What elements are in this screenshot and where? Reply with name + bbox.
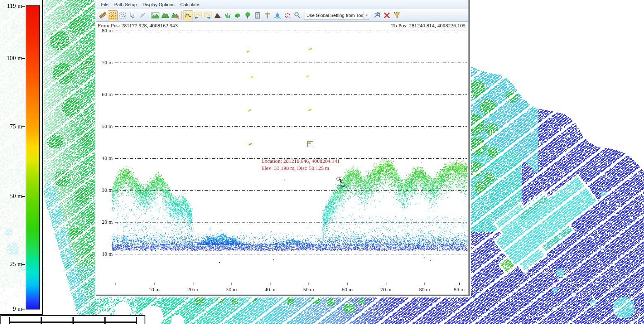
terrain-profile-icon[interactable] [160,10,170,20]
powerline-class-icon[interactable] [263,10,273,20]
legend-tick [22,126,25,127]
toolbar-separator [149,11,149,19]
menubar: File Path Setup Display Options Calculat… [96,0,468,9]
profile-view-icon[interactable] [183,10,193,20]
legend-label: 25 m [10,261,22,268]
toolbar-separator [181,11,182,19]
delete-points-icon[interactable] [382,10,392,20]
profile-next-icon[interactable] [203,10,213,20]
scalebar-tick [104,317,106,324]
legend-tick [22,264,25,265]
legend-tick [22,196,25,197]
legend-label: 100 m [7,55,22,62]
pick-point-cursor-icon[interactable] [128,10,137,20]
filter-points-icon[interactable] [392,10,402,20]
global-setting-dropdown[interactable]: Use Global Setting from Toolbar ▾ [304,11,370,20]
annotation-elev-dist: Elev: 33.198 m, Dist: 58.125 m [261,164,340,172]
legend-label: 119 m [7,2,22,10]
grass-class-icon[interactable] [223,10,233,20]
menu-calculate[interactable]: Calculate [177,1,202,8]
elevation-colorbar [26,5,40,309]
menu-file[interactable]: File [98,1,111,8]
annotation-location: Location: 281218.946, 4008204.141 [261,157,340,164]
building-class-icon[interactable] [253,10,263,20]
scalebar-tick [9,317,10,324]
scalebar-tick [41,317,42,324]
selected-point-box[interactable] [307,141,313,147]
settings-points-icon[interactable] [372,10,382,20]
legend-tick [22,58,25,59]
dropdown-arrow-icon[interactable]: ▾ [363,11,370,19]
terrain-settings-icon[interactable] [170,10,180,20]
mouse-cursor: 3DPATH [335,176,351,189]
cursor-annotation: Location: 281218.946, 4008204.141 Elev: … [261,157,340,172]
legend-tick [22,6,25,7]
cursor-arrow-icon [338,178,345,185]
dropdown-value: Use Global Setting from Toolbar [304,13,363,18]
profile-region-select-icon[interactable] [108,10,118,20]
key-search-icon[interactable] [292,10,302,20]
measure-tool-icon[interactable] [98,10,108,20]
profile-chart-icon[interactable] [150,10,160,20]
application-stage: 119 m 100 m 75 m 50 m 25 m 9 m File Path… [0,0,644,324]
legend-tick [22,309,25,309]
scalebar-tick [136,317,137,324]
map-scalebar-panel [0,315,145,324]
legend-label: 50 m [10,193,22,200]
profile-window: File Path Setup Display Options Calculat… [96,0,469,295]
toolbar: Use Global Setting from Toolbar ▾ [96,9,468,22]
menu-path-setup[interactable]: Path Setup [111,1,140,8]
scalebar-tick [72,317,74,324]
water-class-icon[interactable] [273,10,282,20]
mountain-class-icon[interactable] [213,10,223,20]
legend-label: 9 m [13,305,22,312]
profile-plot-area[interactable]: From Pos: 281177.928, 4008162.943 To Pos… [96,22,468,295]
pick-line-cursor-icon[interactable] [137,10,147,20]
menu-display-options[interactable]: Display Options [140,1,177,8]
elevation-legend-panel: 119 m 100 m 75 m 50 m 25 m 9 m [0,0,43,315]
cursor-label: 3DPATH [337,185,347,188]
legend-label: 75 m [10,123,22,130]
profile-prev-icon[interactable] [193,10,203,20]
points-class-icon[interactable] [282,10,292,20]
shrub-class-icon[interactable] [233,10,243,20]
tree-class-icon[interactable] [243,10,253,20]
profile-region-select-alt-icon[interactable] [118,10,128,20]
